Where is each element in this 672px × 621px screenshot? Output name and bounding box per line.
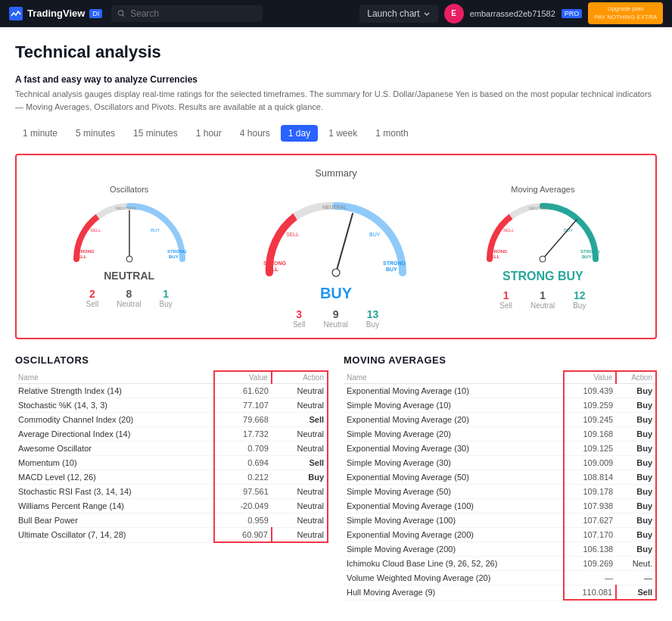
ma-action-cell: Buy — [616, 413, 656, 427]
username: embarrassed2eb71582 — [470, 9, 555, 18]
ma-action-cell: Buy — [616, 485, 656, 499]
osc-value-cell: 77.107 — [214, 398, 272, 413]
table-row: Simple Moving Average (30) 109.009 Buy — [344, 456, 656, 470]
summary-title: Summary — [26, 167, 646, 179]
timeframe-tabs: 1 minute5 minutes15 minutes1 hour4 hours… — [15, 125, 657, 142]
table-row: Exponential Moving Average (10) 109.439 … — [344, 384, 656, 398]
ma-name-cell: Exponential Moving Average (20) — [344, 413, 564, 427]
table-row: Exponential Moving Average (20) 109.245 … — [344, 413, 656, 427]
search-icon — [117, 9, 126, 18]
svg-text:NEUTRAL: NEUTRAL — [529, 206, 551, 211]
ma-action-cell: — — [616, 571, 656, 585]
ma-action-cell: Buy — [616, 542, 656, 557]
header-right: Launch chart E embarrassed2eb71582 PRO U… — [359, 2, 663, 24]
oscillators-gauge-svg: STRONG SELL SELL NEUTRAL BUY STRONG BUY — [69, 198, 190, 267]
main-buy-count: 13 Buy — [366, 308, 379, 329]
svg-point-11 — [126, 256, 132, 262]
svg-text:NEUTRAL: NEUTRAL — [116, 206, 138, 211]
search-box[interactable] — [111, 5, 263, 22]
osc-value-cell: 97.561 — [214, 485, 272, 499]
ma-value-cell: 109.439 — [564, 384, 616, 398]
osc-neutral-count: 8 Neutral — [117, 288, 141, 308]
ma-action-cell: Neut. — [616, 557, 656, 571]
svg-text:SELL: SELL — [503, 228, 515, 232]
table-row: Stochastic RSI Fast (3, 14, 14) 97.561 N… — [15, 485, 328, 499]
osc-action-cell: Buy — [272, 470, 328, 485]
osc-name-cell: Awesome Oscillator — [15, 442, 214, 456]
osc-name-cell: Ultimate Oscillator (7, 14, 28) — [15, 528, 214, 543]
svg-text:STRONG: STRONG — [383, 261, 406, 266]
timeframe-tab-5[interactable]: 1 day — [281, 125, 318, 142]
timeframe-tab-0[interactable]: 1 minute — [15, 125, 65, 142]
oscillators-table-title: OSCILLATORS — [15, 354, 328, 366]
timeframe-tab-7[interactable]: 1 month — [368, 125, 415, 142]
upgrade-button[interactable]: Upgrade plan PAY NOTHING EXTRA — [588, 2, 663, 24]
ma-value-cell: 109.259 — [564, 398, 616, 413]
tradingview-logo-icon — [9, 7, 23, 20]
ma-value-cell: 107.938 — [564, 499, 616, 513]
main-content: Technical analysis A fast and easy way t… — [0, 27, 672, 616]
svg-text:STRONG: STRONG — [75, 249, 95, 254]
osc-action-cell: Neutral — [272, 384, 328, 398]
ma-buy-count: 12 Buy — [573, 289, 586, 310]
osc-action-cell: Sell — [272, 413, 328, 427]
main-neutral-count: 9 Neutral — [324, 308, 348, 329]
main-rating: BUY — [320, 285, 352, 302]
main-gauge-wrapper: STRONG SELL SELL NEUTRAL BUY STRONG BUY — [260, 198, 412, 282]
ma-rating: STRONG BUY — [502, 270, 583, 283]
table-row: Exponential Moving Average (200) 107.170… — [344, 528, 656, 542]
svg-text:NEUTRAL: NEUTRAL — [322, 204, 347, 210]
ma-value-cell: 109.168 — [564, 427, 616, 442]
search-input[interactable] — [130, 8, 257, 19]
osc-action-cell: Neutral — [272, 499, 328, 513]
ma-table-title: MOVING AVERAGES — [344, 354, 657, 366]
osc-action-cell: Neutral — [272, 427, 328, 442]
svg-text:BUY: BUY — [582, 254, 592, 259]
summary-section: Summary Oscillators STRONG SELL SELL NE — [15, 154, 657, 339]
ma-action-cell: Buy — [616, 456, 656, 470]
timeframe-tab-6[interactable]: 1 week — [321, 125, 365, 142]
osc-action-cell: Neutral — [272, 513, 328, 528]
timeframe-tab-4[interactable]: 4 hours — [232, 125, 278, 142]
ma-name-cell: Simple Moving Average (50) — [344, 485, 564, 499]
osc-name-cell: Commodity Channel Index (20) — [15, 413, 214, 427]
osc-name-cell: Stochastic RSI Fast (3, 14, 14) — [15, 485, 214, 499]
launch-chart-button[interactable]: Launch chart — [359, 5, 437, 23]
svg-text:SELL: SELL — [75, 254, 87, 259]
table-row: Exponential Moving Average (30) 109.125 … — [344, 442, 656, 456]
table-row: Simple Moving Average (100) 107.627 Buy — [344, 513, 656, 528]
osc-action-cell: Sell — [272, 456, 328, 470]
osc-name-cell: Relative Strength Index (14) — [15, 384, 214, 398]
table-row: Simple Moving Average (10) 109.259 Buy — [344, 398, 656, 413]
ma-value-cell: 110.081 — [564, 585, 616, 601]
osc-value-cell: 17.732 — [214, 427, 272, 442]
ma-action-cell: Sell — [616, 585, 656, 601]
ma-gauge-wrapper: STRONG SELL SELL NEUTRAL BUY STRONG BUY — [482, 198, 603, 267]
oscillators-table-section: OSCILLATORS Name Value Action Relative S… — [15, 354, 328, 601]
svg-rect-0 — [9, 7, 23, 20]
main-gauge-svg: STRONG SELL SELL NEUTRAL BUY STRONG BUY — [260, 198, 412, 282]
ma-name-cell: Volume Weighted Moving Average (20) — [344, 571, 564, 585]
ma-value-cell: 106.138 — [564, 542, 616, 557]
ma-name-cell: Exponential Moving Average (10) — [344, 384, 564, 398]
ma-action-cell: Buy — [616, 427, 656, 442]
timeframe-tab-1[interactable]: 5 minutes — [68, 125, 123, 142]
timeframe-tab-3[interactable]: 1 hour — [188, 125, 229, 142]
ma-action-cell: Buy — [616, 398, 656, 413]
col-name-header: Name — [15, 371, 214, 384]
table-row: MACD Level (12, 26) 0.212 Buy — [15, 470, 328, 485]
col-value-header: Value — [214, 371, 272, 384]
ma-name-cell: Simple Moving Average (100) — [344, 513, 564, 528]
svg-text:STRONG: STRONG — [488, 249, 508, 254]
ma-name-cell: Simple Moving Average (30) — [344, 456, 564, 470]
ma-gauge: Moving Averages STRONG SELL SELL NEUTRAL… — [440, 185, 646, 310]
svg-text:SELL: SELL — [488, 254, 500, 259]
osc-value-cell: 0.212 — [214, 470, 272, 485]
timeframe-tab-2[interactable]: 15 minutes — [126, 125, 185, 142]
osc-action-cell: Neutral — [272, 528, 328, 543]
table-row: Momentum (10) 0.694 Sell — [15, 456, 328, 470]
svg-point-29 — [540, 256, 546, 262]
table-row: Simple Moving Average (50) 109.178 Buy — [344, 485, 656, 499]
ma-gauge-svg: STRONG SELL SELL NEUTRAL BUY STRONG BUY — [482, 198, 603, 267]
svg-text:STRONG: STRONG — [580, 249, 600, 254]
